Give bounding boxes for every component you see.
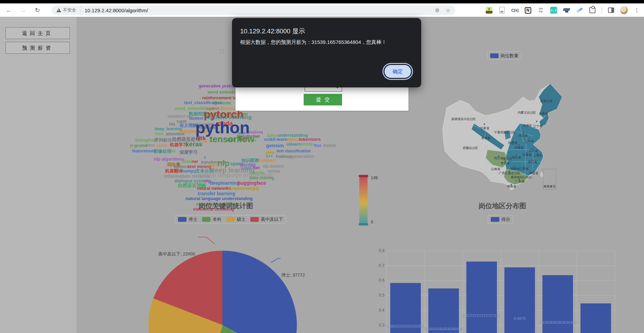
highlighter-extension-icon[interactable] [576, 7, 583, 13]
zoom-icon[interactable]: ⊘ [435, 7, 440, 13]
gitzip-extension-icon[interactable]: GitZip [537, 6, 544, 14]
gridline [501, 251, 501, 333]
wordcloud-word: python [195, 120, 250, 136]
map-title: 岗位地区分布图 [479, 201, 526, 211]
wordcloud-word: deeplearning [210, 181, 239, 185]
map-scatter-dot [512, 140, 514, 141]
legend-label: 硕士 [237, 216, 246, 222]
legend-label: 博士 [189, 216, 197, 222]
map-scatter-dot [511, 184, 512, 185]
alert-ok-button[interactable]: 确定 [384, 65, 411, 78]
wordcloud-word: scikit-learn [264, 137, 287, 141]
wordcloud-word: nlp algorithms [154, 157, 184, 161]
map-scatter-dot [533, 170, 534, 172]
back-icon[interactable]: ← [5, 6, 13, 14]
gridline [615, 251, 615, 333]
legend-marker-icon [250, 217, 259, 222]
home-button[interactable]: 返回主页 [5, 27, 70, 39]
map-scatter-dot [543, 112, 544, 113]
side-panel-icon[interactable] [608, 7, 614, 13]
legend-item[interactable]: 得分 [491, 216, 510, 222]
notion-extension-icon[interactable]: N [525, 7, 531, 14]
map-scatter-dot [504, 161, 506, 162]
extensions-puzzle-icon[interactable] [589, 7, 595, 13]
map-legend[interactable]: 岗位数量 [487, 51, 521, 60]
wordcloud-word: torch [157, 143, 168, 148]
wordcloud-word: deep_learning [155, 127, 182, 131]
bookmark-star-icon[interactable]: ☆ [446, 7, 450, 14]
legend-marker-icon [202, 217, 211, 222]
map-province-label: 香港特别行政区 [511, 176, 532, 179]
wordcloud-word: dialogflow [135, 138, 157, 142]
menu-dots-icon[interactable]: ⋮ [633, 6, 641, 14]
wordcloud-word: ai [204, 139, 207, 144]
alert-dialog: 10.129.2.42:8000 显示 根据大数据，您的预测月薪为：31539.… [232, 18, 421, 87]
wordcloud-word: tokenizers [299, 137, 321, 141]
chart-toolbox-icon[interactable] [220, 49, 224, 53]
bar[interactable] [504, 267, 535, 333]
bar-chart[interactable]: 0.80.70.60.50.40.30.20.58333333333333340… [374, 248, 632, 333]
predict-salary-button[interactable]: 预测薪资 [5, 42, 70, 54]
wordcloud-word: generation [291, 154, 314, 159]
bar[interactable] [428, 288, 459, 333]
bar[interactable] [466, 262, 497, 333]
bar-value-label: 0.7272727272727273 [463, 314, 501, 318]
legend-label: 高中及以下 [261, 216, 283, 222]
not-secure-label: 不安全 [63, 7, 76, 13]
china-map[interactable]: 南海诸岛 新疆维吾尔自治区青海省西藏自治区内蒙古自治区黑龙江省吉林省辽宁省天津市… [442, 80, 571, 216]
map-province-label: 广西壮族自治区 [499, 171, 520, 175]
taiwan-island [541, 172, 543, 177]
y-axis-tick: 0.8 [374, 248, 384, 253]
forward-icon[interactable]: → [19, 6, 27, 14]
wordcloud-word: attention [166, 132, 184, 136]
profile-avatar[interactable] [620, 6, 628, 14]
map-province-label: 辽宁省 [533, 124, 542, 128]
map-province-label: 西藏自治区 [463, 146, 478, 150]
map-scatter-dot [547, 100, 549, 101]
map-province-label: 黑龙江省 [540, 99, 552, 103]
wordcloud-title: 岗位关键词统计图 [199, 201, 253, 211]
visualmap-max: 149 [371, 176, 378, 180]
gridline [387, 251, 387, 333]
pie-slice-label: 高中及以下: 22000 [158, 251, 195, 257]
map-scatter-dot [515, 154, 517, 156]
submit-button[interactable]: 提交 [304, 94, 342, 105]
reload-icon[interactable]: ↻ [33, 6, 41, 14]
legend-label: 岗位数量 [501, 53, 518, 59]
bar-value-label: 0.6875 [514, 316, 525, 320]
wordcloud-word: gensim [266, 143, 284, 148]
brace-extension-icon[interactable]: {...} [550, 7, 557, 14]
wordcloud-word: 机器翻译 [165, 169, 183, 173]
y-axis-tick: 0.4 [374, 308, 384, 313]
url-text[interactable]: 10.129.2.42:8000/algorithm/ [80, 7, 148, 13]
legend-item[interactable]: 岗位数量 [490, 53, 518, 59]
cx-extension-icon[interactable]: C[x] [511, 6, 519, 14]
legend-item[interactable]: 本科 [202, 216, 221, 222]
graduation-cap-extension-icon[interactable] [563, 7, 570, 13]
not-secure-badge[interactable]: 不安全 [52, 5, 80, 15]
address-bar[interactable]: 不安全 10.129.2.42:8000/algorithm/ ⊘ ☆ [52, 5, 455, 15]
map-scatter-dot [484, 123, 485, 125]
legend-item[interactable]: 高中及以下 [250, 216, 283, 222]
visualmap-gradient[interactable] [359, 177, 368, 223]
map-scatter-dot [505, 132, 506, 133]
wordcloud-word: tensorflow [210, 135, 254, 144]
alert-message: 根据大数据，您的预测月薪为：31539.165765364804，您真棒！ [240, 39, 387, 46]
gridline [463, 251, 463, 333]
legend-item[interactable]: 博士 [178, 216, 197, 222]
legend-item[interactable]: 硕士 [226, 216, 246, 222]
wordcloud-word: 深度学习 [180, 150, 197, 154]
bar[interactable] [580, 303, 611, 333]
map-province-label: 天津市 [523, 124, 532, 127]
map-province-label: 湖北省 [512, 156, 521, 159]
bar-value-label: 0.5454545454545454 [425, 327, 463, 331]
plant-extension-icon[interactable] [486, 7, 493, 14]
bar-legend[interactable]: 得分 [488, 215, 513, 223]
document-extension-icon[interactable] [499, 7, 505, 14]
wordcloud-word: natural language understanding [185, 196, 253, 201]
y-axis-tick: 0.6 [374, 278, 384, 283]
map-province-label: 河南省 [515, 146, 524, 149]
pie-legend[interactable]: 博士本科硕士高中及以下 [175, 215, 286, 223]
bar-value-label: 0.6363636363636364 [539, 320, 577, 324]
pie-chart[interactable] [148, 251, 297, 333]
